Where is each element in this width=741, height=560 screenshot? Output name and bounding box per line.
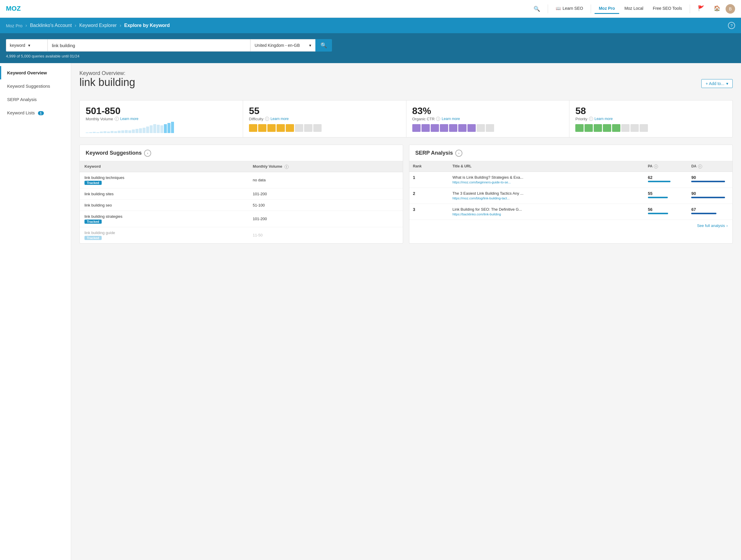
- sidebar-item-serp-analysis[interactable]: SERP Analysis: [0, 93, 71, 106]
- search-btn-icon: 🔍: [320, 42, 327, 49]
- priority-info-icon[interactable]: i: [589, 117, 593, 121]
- keyword-suggestions-nav-icon[interactable]: ›: [144, 150, 151, 157]
- kw-name-4: link building guide: [84, 230, 243, 235]
- difficulty-learn-more[interactable]: Learn more: [271, 117, 289, 121]
- vol-bar-12: [128, 130, 131, 133]
- breadcrumb-bar: Moz Pro › Backlinko's Account › Keyword …: [0, 18, 741, 33]
- breadcrumb-tool[interactable]: Keyword Explorer: [79, 23, 117, 28]
- vol-bar-19: [153, 124, 156, 133]
- difficulty-blocks-block-6: [304, 124, 313, 132]
- vol-bar-14: [135, 129, 138, 133]
- ctr-blocks-block-1: [421, 124, 430, 132]
- help-icon[interactable]: ?: [728, 22, 735, 29]
- moz-local-label: Moz Local: [624, 6, 644, 11]
- search-input[interactable]: [48, 39, 250, 52]
- search-type-dropdown[interactable]: keyword ▾: [6, 39, 48, 52]
- sidebar-item-keyword-lists[interactable]: Keyword Lists 1: [0, 106, 71, 120]
- moz-local-link[interactable]: Moz Local: [620, 4, 648, 14]
- see-full-label: See full analysis: [697, 223, 725, 228]
- priority-blocks-block-4: [612, 124, 620, 132]
- difficulty-blocks-block-3: [277, 124, 285, 132]
- avatar[interactable]: B: [726, 4, 735, 14]
- ctr-learn-more[interactable]: Learn more: [442, 117, 460, 121]
- flag-icon[interactable]: 🚩: [693, 3, 709, 15]
- see-full-analysis[interactable]: See full analysis ›: [409, 220, 732, 231]
- priority-blocks-block-7: [639, 124, 648, 132]
- kw-row-2[interactable]: link building seo51-100: [80, 199, 403, 211]
- moz-pro-label: Moz Pro: [599, 6, 615, 11]
- keyword-suggestions-header: Keyword Suggestions ›: [80, 145, 403, 161]
- moz-logo[interactable]: MOZ: [6, 4, 24, 13]
- serp-row-0[interactable]: 1What is Link Building? Strategies & Exa…: [409, 171, 732, 188]
- kw-row-0[interactable]: link building techniquesTrackedno data: [80, 172, 403, 188]
- free-seo-tools-link[interactable]: Free SEO Tools: [649, 4, 686, 14]
- tracked-badge-0: Tracked: [84, 181, 102, 185]
- nav-search-icon[interactable]: 🔍: [529, 3, 544, 14]
- volume-info-icon[interactable]: i: [115, 117, 119, 121]
- metrics-row: 501-850 Monthly Volume i Learn more 55 D…: [79, 100, 733, 137]
- ctr-blocks: [412, 124, 563, 132]
- keyword-suggestions-panel: Keyword Suggestions › Keyword Monthly Vo…: [79, 145, 403, 243]
- volume-learn-more[interactable]: Learn more: [120, 117, 138, 121]
- vol-bar-18: [150, 125, 153, 133]
- add-to-button[interactable]: + Add to... ▾: [701, 79, 733, 88]
- priority-label: Priority i Learn more: [575, 117, 727, 121]
- kw-name-2: link building seo: [84, 203, 243, 207]
- sidebar-item-label: Keyword Suggestions: [7, 83, 50, 89]
- nav-divider-3: [690, 4, 690, 13]
- pa-col-info[interactable]: i: [654, 164, 658, 168]
- difficulty-info-icon[interactable]: i: [265, 117, 269, 121]
- volume-bar-chart: [86, 121, 237, 133]
- serp-row-1[interactable]: 2The 3 Easiest Link Building Tactics Any…: [409, 188, 732, 204]
- priority-learn-more[interactable]: Learn more: [595, 117, 613, 121]
- nav-right: 🔍 📖 Learn SEO Moz Pro Moz Local Free SEO…: [529, 3, 735, 15]
- ctr-info-icon[interactable]: i: [436, 117, 440, 121]
- breadcrumb-account[interactable]: Backlinko's Account: [30, 23, 72, 28]
- serp-analysis-table: Rank Title & URL PA i DA i 1: [409, 161, 732, 220]
- kw-row-3[interactable]: link building strategiesTracked101-200: [80, 211, 403, 227]
- breadcrumb-moz-pro[interactable]: Moz Pro: [6, 23, 22, 28]
- sidebar-item-keyword-suggestions[interactable]: Keyword Suggestions: [0, 79, 71, 93]
- difficulty-blocks: [249, 124, 400, 132]
- serp-url-0[interactable]: https://moz.com/beginners-guide-to-se...: [452, 181, 511, 184]
- moz-pro-link[interactable]: Moz Pro: [595, 4, 619, 14]
- metric-monthly-volume: 501-850 Monthly Volume i Learn more: [80, 100, 243, 137]
- sidebar-item-keyword-overview[interactable]: Keyword Overview: [0, 66, 71, 79]
- locale-chevron: ▾: [309, 43, 311, 48]
- ctr-blocks-block-3: [440, 124, 448, 132]
- kw-volume-2: 51-100: [248, 199, 403, 211]
- learn-seo-link[interactable]: 📖 Learn SEO: [552, 4, 587, 14]
- keyword-overview-header: Keyword Overview: link building: [79, 70, 135, 88]
- col-rank: Rank: [409, 161, 449, 172]
- locale-dropdown[interactable]: United Kingdom - en-GB ▾: [250, 39, 315, 52]
- serp-title-2: Link Building for SEO: The Definitive G.…: [452, 207, 641, 212]
- search-button[interactable]: 🔍: [315, 39, 332, 52]
- queries-info: 4,999 of 5,000 queries available until 0…: [6, 54, 735, 58]
- difficulty-label: Difficulty i Learn more: [249, 117, 400, 121]
- locale-label: United Kingdom - en-GB: [255, 43, 300, 48]
- ctr-blocks-block-5: [458, 124, 467, 132]
- vol-bar-5: [104, 131, 107, 133]
- kw-volume-3: 101-200: [248, 211, 403, 227]
- tracked-badge-3: Tracked: [84, 220, 102, 224]
- kw-row-1[interactable]: link building sites101-200: [80, 188, 403, 199]
- metric-organic-ctr: 83% Organic CTR i Learn more: [406, 100, 570, 137]
- vol-bar-3: [96, 132, 99, 133]
- volume-label: Monthly Volume i Learn more: [86, 117, 237, 121]
- tracked-badge-4: Tracked: [84, 236, 102, 240]
- vol-bar-22: [164, 124, 167, 133]
- home-icon[interactable]: 🏠: [710, 3, 724, 15]
- serp-nav-icon[interactable]: ›: [455, 150, 462, 157]
- serp-row-2[interactable]: 3Link Building for SEO: The Definitive G…: [409, 204, 732, 220]
- add-to-label: + Add to...: [706, 81, 724, 86]
- serp-url-2[interactable]: https://backlinko.com/link-building: [452, 212, 501, 216]
- serp-url-1[interactable]: https://moz.com/blog/link-building-tact.…: [452, 197, 510, 200]
- search-area: keyword ▾ United Kingdom - en-GB ▾ 🔍 4,9…: [0, 33, 741, 63]
- search-type-chevron: ▾: [28, 43, 44, 48]
- kw-row-4[interactable]: link building guideTracked11-50: [80, 227, 403, 243]
- priority-blocks: [575, 124, 727, 132]
- volume-col-info[interactable]: i: [284, 165, 289, 169]
- da-col-info[interactable]: i: [698, 164, 702, 168]
- vol-bar-8: [114, 131, 117, 133]
- keyword-lists-badge: 1: [38, 111, 44, 115]
